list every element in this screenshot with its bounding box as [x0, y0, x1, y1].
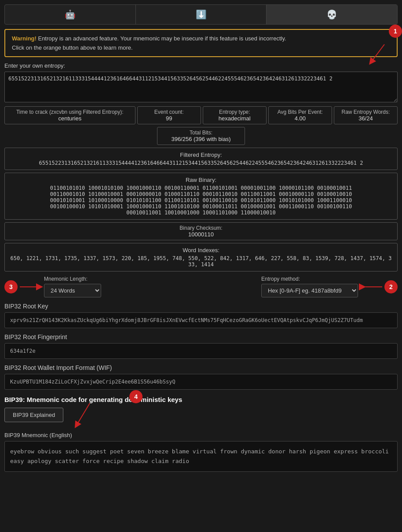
mnemonic-length-group: Mnemonic Length: 12 Words 15 Words 18 Wo… — [44, 276, 101, 297]
filtered-entropy-value: 6551522313165213216113331544441236164664… — [10, 160, 392, 166]
entropy-section: Enter your own entropy: 6551522313165213… — [4, 62, 398, 104]
bip32-wif-value: KzuUPBTU1M184zZiLoCFXjZvxjwQeCrip2E4ee6B… — [4, 374, 398, 390]
warning-label: Warning! — [12, 35, 37, 42]
bip39-explained-button[interactable]: BIP39 Explained — [4, 408, 63, 422]
raw-binary-label: Raw Binary: — [10, 177, 392, 183]
binary-checksum-row: Binary Checksum: 10000110 — [4, 222, 398, 240]
bip39-mnemonic-label: BIP39 Mnemonic (English) — [4, 432, 398, 438]
binary-checksum-label: Binary Checksum: — [8, 225, 394, 231]
skull-icon: 💀 — [326, 10, 337, 19]
svg-line-3 — [77, 403, 90, 425]
bip32-root-key-value: xprv9s21ZrQH143K2KkasZUckqUg6biYhgrXdomj… — [4, 312, 398, 328]
entropy-method-group: Entropy method: Hex [0-9A-F] eg. 4187a8b… — [261, 276, 358, 297]
raw-binary-line2: 00110001010 10100010001 00010000010 0100… — [10, 191, 392, 197]
time-to-crack-stat: Time to crack (zxcvbn using Filtered Ent… — [4, 106, 135, 124]
raw-binary-line4: 00100100010 10101010001 10001000110 1100… — [10, 203, 392, 210]
binary-checksum-value: 10000110 — [8, 231, 394, 238]
total-bits-value: 396/256 (396 with bias) — [161, 136, 241, 142]
warning-link: Click on the orange button above to lear… — [12, 44, 390, 51]
avg-bits-value: 4.00 — [272, 115, 328, 122]
annotation-4: 4 — [129, 390, 143, 403]
bip39-heading: BIP39: Mnemonic code for generating dete… — [4, 396, 398, 403]
total-bits-stat: Total Bits: 396/256 (396 with bias) — [157, 127, 245, 145]
bip39-explained-section: BIP39 Explained 4 — [4, 408, 63, 427]
download-icon: ⬇️ — [196, 10, 207, 19]
controls-row: 3 Mnemonic Length: 12 Words 15 Words 18 … — [4, 276, 398, 297]
mnemonic-length-select[interactable]: 12 Words 15 Words 18 Words 21 Words 24 W… — [44, 284, 101, 297]
bip39-mnemonic-output: eyebrow obvious such suggest poet seven … — [4, 441, 398, 472]
nav-tab-robot[interactable]: 🤖 — [5, 5, 136, 24]
bip32-wif-label: BIP32 Root Wallet Import Format (WIF) — [4, 364, 398, 371]
word-indexes-value: 650, 1221, 1731, 1735, 1337, 1573, 220, … — [10, 255, 392, 268]
total-bits-label: Total Bits: — [161, 130, 241, 136]
raw-entropy-stat: Raw Entropy Words: 36/24 — [334, 106, 398, 124]
main-content: Warning! Entropy is an advanced feature.… — [4, 29, 398, 481]
total-bits-row: Total Bits: 396/256 (396 with bias) — [4, 127, 398, 145]
event-count-stat: Event count: 99 — [137, 106, 201, 124]
entropy-input[interactable]: 6551522313165213216113331544441236164664… — [4, 72, 398, 102]
annotation-1: 1 — [389, 25, 402, 38]
nav-tab-download[interactable]: ⬇️ — [136, 5, 267, 24]
raw-binary-line5: 00010011001 10010001000 10001101000 1100… — [10, 210, 392, 216]
avg-bits-label: Avg Bits Per Event: — [272, 109, 328, 115]
raw-binary-box: Raw Binary: 01100101010 10001010100 1000… — [4, 173, 398, 220]
raw-binary-line1: 01100101010 10001010100 10001000110 0010… — [10, 185, 392, 191]
raw-entropy-label: Raw Entropy Words: — [338, 109, 394, 115]
bip32-fingerprint-label: BIP32 Root Fingerprint — [4, 333, 398, 340]
annotation-2-arrow — [358, 280, 384, 293]
word-indexes-label: Word Indexes: — [10, 247, 392, 253]
entropy-type-stat: Entropy type: hexadecimal — [203, 106, 267, 124]
entropy-method-label: Entropy method: — [261, 276, 358, 282]
raw-binary-line3: 00010101001 10100010000 01010101100 0110… — [10, 197, 392, 203]
robot-icon: 🤖 — [65, 10, 76, 19]
filtered-entropy-box: Filtered Entropy: 6551522313165213216113… — [4, 148, 398, 170]
annotation-3: 3 — [4, 280, 18, 293]
entropy-method-select[interactable]: Hex [0-9A-F] eg. 4187a8bfd9 Dice Card Ba… — [261, 284, 358, 297]
event-count-label: Event count: — [141, 109, 197, 115]
avg-bits-stat: Avg Bits Per Event: 4.00 — [268, 106, 332, 124]
nav-tab-skull[interactable]: 💀 — [267, 5, 397, 24]
warning-section: Warning! Entropy is an advanced feature.… — [4, 29, 398, 57]
binary-checksum-stat: Binary Checksum: 10000110 — [4, 222, 398, 240]
bip32-root-key-label: BIP32 Root Key — [4, 303, 398, 310]
word-indexes-box: Word Indexes: 650, 1221, 1731, 1735, 133… — [4, 243, 398, 271]
raw-entropy-value: 36/24 — [338, 115, 394, 122]
annotation-2: 2 — [384, 280, 398, 293]
mnemonic-length-label: Mnemonic Length: — [44, 276, 101, 282]
bip32-fingerprint-value: 634a1f2e — [4, 343, 398, 359]
top-nav: 🤖 ⬇️ 💀 — [4, 4, 398, 25]
filtered-entropy-label: Filtered Entropy: — [10, 152, 392, 158]
event-count-value: 99 — [141, 115, 197, 122]
warning-text: Entropy is an advanced feature. Your mne… — [38, 35, 286, 42]
entropy-label: Enter your own entropy: — [4, 62, 398, 69]
warning-box: Warning! Entropy is an advanced feature.… — [4, 29, 398, 57]
stats-row-1: Time to crack (zxcvbn using Filtered Ent… — [4, 106, 398, 124]
annotation-3-arrow — [18, 280, 44, 293]
entropy-type-label: Entropy type: — [207, 109, 263, 115]
entropy-type-value: hexadecimal — [207, 115, 263, 122]
time-to-crack-label: Time to crack (zxcvbn using Filtered Ent… — [8, 109, 132, 115]
time-to-crack-value: centuries — [8, 115, 132, 122]
